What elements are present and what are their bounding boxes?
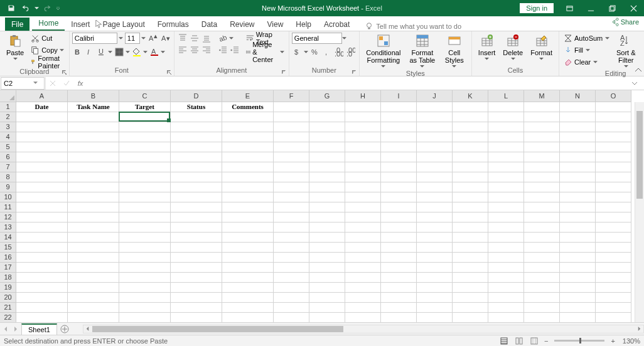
cell[interactable] [560,142,596,152]
cell[interactable] [596,212,631,223]
column-header[interactable]: L [488,90,524,102]
column-header[interactable]: O [596,90,631,102]
cell[interactable] [274,202,309,212]
sheet-nav-next-icon[interactable] [11,324,20,334]
cell[interactable] [274,263,309,273]
sort-filter-button[interactable]: AZSort & Filter [611,33,640,70]
column-header[interactable]: B [68,90,119,102]
cell[interactable] [524,142,560,152]
undo-icon[interactable] [19,2,32,14]
cell[interactable] [222,112,274,122]
cell[interactable] [417,102,453,112]
cell[interactable] [417,243,453,253]
cell[interactable] [453,243,488,253]
cell[interactable] [119,263,171,273]
cell[interactable] [274,233,309,243]
cell[interactable] [274,182,309,192]
cell[interactable] [560,112,596,122]
cell[interactable] [309,142,345,152]
font-color-dropdown-icon[interactable] [161,46,166,58]
autosum-button[interactable]: AutoSum [562,33,611,44]
number-format-dropdown-icon[interactable] [342,33,347,44]
format-as-table-button[interactable]: Format as Table [405,33,440,70]
cell[interactable] [560,293,596,303]
cell[interactable] [488,233,524,243]
cell[interactable] [488,283,524,293]
cell[interactable] [171,243,222,253]
cell[interactable] [16,243,68,253]
cell[interactable] [274,243,309,253]
cell[interactable] [171,273,222,283]
cell[interactable] [417,152,453,162]
cell[interactable] [560,152,596,162]
cell[interactable] [381,212,417,223]
cell[interactable] [16,172,68,182]
cell[interactable] [453,102,488,112]
cell[interactable] [222,152,274,162]
cell[interactable] [171,112,222,122]
cell[interactable] [381,142,417,152]
cell[interactable] [453,293,488,303]
cell[interactable] [488,243,524,253]
cell[interactable] [488,192,524,202]
fill-color-button[interactable] [131,46,142,58]
cell[interactable] [171,202,222,212]
cell[interactable] [453,192,488,202]
column-header[interactable]: A [16,90,68,102]
cell[interactable] [309,293,345,303]
cell[interactable] [309,102,345,112]
cell[interactable] [596,142,631,152]
share-button[interactable]: Share [610,18,639,26]
cell[interactable] [68,162,119,172]
cell[interactable] [345,223,381,233]
cell[interactable] [488,122,524,132]
cell[interactable] [171,212,222,223]
cell[interactable] [119,273,171,283]
cell[interactable] [16,212,68,223]
cell[interactable] [222,182,274,192]
cell[interactable] [171,182,222,192]
cell[interactable] [381,233,417,243]
cell[interactable] [68,122,119,132]
cell[interactable] [417,182,453,192]
cell[interactable] [560,223,596,233]
close-icon[interactable] [623,0,644,16]
tab-insert[interactable]: Insert [65,18,96,31]
cell[interactable] [381,303,417,313]
cell[interactable] [309,172,345,182]
underline-dropdown-icon[interactable] [108,46,113,58]
fill-color-dropdown-icon[interactable] [143,46,148,58]
cell[interactable] [345,303,381,313]
cell[interactable] [381,112,417,122]
cell[interactable] [119,313,171,322]
row-header[interactable]: 20 [0,293,16,303]
clear-button[interactable]: Clear [562,56,611,68]
cell[interactable] [68,152,119,162]
row-header[interactable]: 2 [0,112,16,122]
cell[interactable] [16,293,68,303]
insert-cells-button[interactable]: Insert [475,33,500,61]
column-header[interactable]: F [274,90,309,102]
row-header[interactable]: 17 [0,263,16,273]
cell[interactable] [560,192,596,202]
cell[interactable] [171,132,222,142]
cell[interactable] [119,223,171,233]
cell[interactable] [68,223,119,233]
cell[interactable] [596,293,631,303]
cell[interactable] [345,202,381,212]
cell[interactable] [68,132,119,142]
cell[interactable] [309,132,345,142]
cell[interactable] [171,152,222,162]
row-header[interactable]: 6 [0,152,16,162]
cell[interactable] [345,263,381,273]
align-right-icon[interactable] [201,45,212,56]
increase-indent-icon[interactable] [229,45,240,56]
cell[interactable] [488,212,524,223]
cell[interactable] [596,263,631,273]
vertical-scrollbar[interactable] [635,102,644,322]
cell[interactable] [274,112,309,122]
orientation-button[interactable]: ab [217,33,228,44]
select-all-triangle[interactable] [0,90,16,102]
cell[interactable] [171,162,222,172]
cell[interactable] [417,293,453,303]
